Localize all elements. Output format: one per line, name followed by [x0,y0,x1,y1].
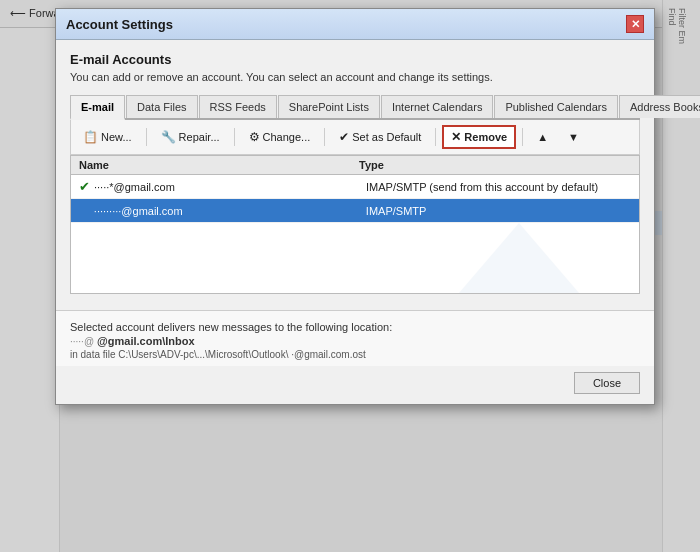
new-label: New... [101,131,132,143]
toolbar-sep-2 [234,128,235,146]
info-path-text: in data file C:\Users\ADV-pc\...\Microso… [70,349,288,360]
change-label: Change... [263,131,311,143]
toolbar-sep-3 [324,128,325,146]
tab-published-cal[interactable]: Published Calendars [494,95,618,118]
info-prefix: ·····@ [70,336,94,347]
down-arrow-icon: ▼ [568,131,579,143]
no-check-icon [79,203,90,218]
change-icon: ⚙ [249,130,260,144]
col-type-header: Type [359,159,631,171]
info-ost-text: ·@gmail.com.ost [291,349,366,360]
account-type-2: IMAP/SMTP [366,205,631,217]
dialog-footer: Close [56,366,654,404]
dialog-title: Account Settings [66,17,173,32]
tab-internet-cal[interactable]: Internet Calendars [381,95,494,118]
bottom-info-section: Selected account delivers new messages t… [56,310,654,366]
repair-label: Repair... [179,131,220,143]
info-row-desc: Selected account delivers new messages t… [70,321,640,333]
tab-sharepoint[interactable]: SharePoint Lists [278,95,380,118]
col-name-header: Name [79,159,359,171]
account-name-2: ·········@gmail.com [94,205,366,217]
move-up-button[interactable]: ▲ [529,127,556,147]
section-desc: You can add or remove an account. You ca… [70,71,640,83]
table-row[interactable]: ✔ ·····*@gmail.com IMAP/SMTP (send from … [71,175,639,199]
tabs-container: E-mail Data Files RSS Feeds SharePoint L… [70,95,640,120]
tab-rss-feeds[interactable]: RSS Feeds [199,95,277,118]
account-settings-dialog: Account Settings ✕ E-mail Accounts You c… [55,8,655,405]
remove-button[interactable]: ✕ Remove [442,125,516,149]
account-type-1: IMAP/SMTP (send from this account by def… [366,181,631,193]
account-name-1: ·····*@gmail.com [94,181,366,193]
tab-address-books[interactable]: Address Books [619,95,700,118]
close-icon[interactable]: ✕ [626,15,644,33]
info-row-inbox: ·····@ @gmail.com\Inbox [70,335,640,347]
account-toolbar: 📋 New... 🔧 Repair... ⚙ Change... ✔ Set a… [70,120,640,155]
svg-marker-0 [459,223,579,293]
account-list-area: ✔ ·····*@gmail.com IMAP/SMTP (send from … [71,175,639,293]
info-row-path: in data file C:\Users\ADV-pc\...\Microso… [70,349,640,360]
dialog-close-button[interactable]: Close [574,372,640,394]
toolbar-sep-4 [435,128,436,146]
tab-data-files[interactable]: Data Files [126,95,198,118]
new-icon: 📋 [83,130,98,144]
section-title: E-mail Accounts [70,52,640,67]
toolbar-sep-1 [146,128,147,146]
info-desc-text: Selected account delivers new messages t… [70,321,392,333]
repair-icon: 🔧 [161,130,176,144]
up-arrow-icon: ▲ [537,131,548,143]
info-inbox: @gmail.com\Inbox [97,335,195,347]
dialog-titlebar: Account Settings ✕ [56,9,654,40]
new-button[interactable]: 📋 New... [75,126,140,148]
account-list-header: Name Type [71,156,639,175]
change-button[interactable]: ⚙ Change... [241,126,319,148]
account-list: Name Type ✔ ·····*@gmail.com IMAP/SMTP (… [70,155,640,294]
move-down-button[interactable]: ▼ [560,127,587,147]
set-default-button[interactable]: ✔ Set as Default [331,126,429,148]
default-label: Set as Default [352,131,421,143]
default-check-icon: ✔ [79,179,90,194]
remove-icon: ✕ [451,130,461,144]
check-icon: ✔ [339,130,349,144]
tab-email[interactable]: E-mail [70,95,125,120]
table-row[interactable]: ·········@gmail.com IMAP/SMTP [71,199,639,223]
toolbar-sep-5 [522,128,523,146]
repair-button[interactable]: 🔧 Repair... [153,126,228,148]
remove-label: Remove [464,131,507,143]
